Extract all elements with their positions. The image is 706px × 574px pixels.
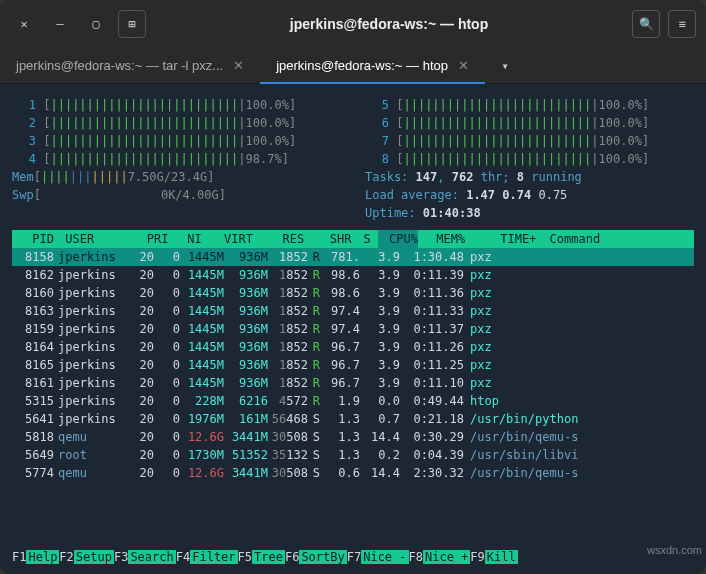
cpu-meter-7: 7 [|||||||||||||||||||||||||||100.0%] xyxy=(365,132,694,150)
tab-bar: jperkins@fedora-ws:~ — tar -l pxz... ✕ j… xyxy=(0,48,706,84)
process-row[interactable]: 8158jperkins2001445M936M1852R781.3.91:30… xyxy=(12,248,694,266)
process-row[interactable]: 8163jperkins2001445M936M1852R97.43.90:11… xyxy=(12,302,694,320)
close-icon: ✕ xyxy=(20,17,27,31)
tab-htop[interactable]: jperkins@fedora-ws:~ — htop ✕ xyxy=(260,48,485,83)
mem-meter: Mem[||||||||||||7.50G/23.4G] xyxy=(12,168,341,186)
process-row[interactable]: 8164jperkins2001445M936M1852R96.73.90:11… xyxy=(12,338,694,356)
tab-close-icon[interactable]: ✕ xyxy=(458,58,469,73)
col-s[interactable]: S xyxy=(359,230,371,248)
process-row[interactable]: 5315jperkins200228M62164572R1.90.00:49.4… xyxy=(12,392,694,410)
process-row[interactable]: 5649root2001730M5135235132S1.30.20:04.39… xyxy=(12,446,694,464)
terminal-content[interactable]: 1 [|||||||||||||||||||||||||||100.0%]2 [… xyxy=(0,84,706,574)
swp-meter: Swp[0K/4.00G] xyxy=(12,186,341,204)
fkey-label: Search xyxy=(128,550,175,564)
chevron-down-icon: ▾ xyxy=(501,59,508,73)
fkey-F7[interactable]: F7 xyxy=(347,550,361,564)
tab-label: jperkins@fedora-ws:~ — htop xyxy=(276,58,448,73)
watermark: wsxdn.com xyxy=(647,542,702,559)
process-header[interactable]: PID USER PRI NI VIRT RES SHR S CPU% MEM%… xyxy=(12,230,694,248)
cpu-meter-3: 3 [|||||||||||||||||||||||||||100.0%] xyxy=(12,132,341,150)
process-row[interactable]: 5774qemu20012.6G3441M30508S0.614.42:30.3… xyxy=(12,464,694,482)
cpu-meter-6: 6 [|||||||||||||||||||||||||||100.0%] xyxy=(365,114,694,132)
fkey-F2[interactable]: F2 xyxy=(59,550,73,564)
search-button[interactable]: 🔍 xyxy=(632,10,660,38)
process-row[interactable]: 5818qemu20012.6G3441M30508S1.314.40:30.2… xyxy=(12,428,694,446)
tab-close-icon[interactable]: ✕ xyxy=(233,58,244,73)
fkey-label: Filter xyxy=(190,550,237,564)
fkey-F8[interactable]: F8 xyxy=(409,550,423,564)
col-virt[interactable]: VIRT xyxy=(209,230,253,248)
col-res[interactable]: RES xyxy=(260,230,304,248)
col-mem[interactable]: MEM% xyxy=(425,230,465,248)
uptime-line: Uptime: 01:40:38 xyxy=(365,204,694,222)
tab-label: jperkins@fedora-ws:~ — tar -l pxz... xyxy=(16,58,223,73)
cpu-meter-8: 8 [|||||||||||||||||||||||||||100.0%] xyxy=(365,150,694,168)
col-shr[interactable]: SHR xyxy=(311,230,351,248)
col-pri[interactable]: PRI xyxy=(136,230,168,248)
fkey-F3[interactable]: F3 xyxy=(114,550,128,564)
fkey-label: Help xyxy=(26,550,59,564)
fkey-F9[interactable]: F9 xyxy=(470,550,484,564)
fkey-label: Tree xyxy=(252,550,285,564)
fkey-label: Nice + xyxy=(423,550,470,564)
fkey-label: Nice - xyxy=(361,550,408,564)
cpu-meter-4: 4 [|||||||||||||||||||||||||||98.7%] xyxy=(12,150,341,168)
fkey-F4[interactable]: F4 xyxy=(176,550,190,564)
close-button[interactable]: ✕ xyxy=(10,10,38,38)
fkey-label: Setup xyxy=(74,550,114,564)
window-title: jperkins@fedora-ws:~ — htop xyxy=(154,16,624,32)
process-row[interactable]: 8162jperkins2001445M936M1852R98.63.90:11… xyxy=(12,266,694,284)
fkey-label: Kill xyxy=(485,550,518,564)
cpu-meter-1: 1 [|||||||||||||||||||||||||||100.0%] xyxy=(12,96,341,114)
tasks-line: Tasks: 147, 762 thr; 8 running xyxy=(365,168,694,186)
tab-tar[interactable]: jperkins@fedora-ws:~ — tar -l pxz... ✕ xyxy=(0,48,260,83)
new-tab-button[interactable]: ⊞ xyxy=(118,10,146,38)
process-row[interactable]: 8165jperkins2001445M936M1852R96.73.90:11… xyxy=(12,356,694,374)
col-cpu[interactable]: CPU% xyxy=(378,230,418,248)
fkey-F5[interactable]: F5 xyxy=(238,550,252,564)
cpu-meter-2: 2 [|||||||||||||||||||||||||||100.0%] xyxy=(12,114,341,132)
minimize-icon: — xyxy=(56,17,63,31)
fkey-F1[interactable]: F1 xyxy=(12,550,26,564)
menu-icon: ≡ xyxy=(678,17,685,31)
maximize-icon: ▢ xyxy=(92,17,99,31)
function-keys: F1HelpF2SetupF3SearchF4FilterF5TreeF6Sor… xyxy=(12,548,694,566)
col-pid[interactable]: PID xyxy=(12,230,54,248)
new-tab-icon: ⊞ xyxy=(128,17,135,31)
meters: 1 [|||||||||||||||||||||||||||100.0%]2 [… xyxy=(12,96,694,222)
titlebar: ✕ — ▢ ⊞ jperkins@fedora-ws:~ — htop 🔍 ≡ xyxy=(0,0,706,48)
process-row[interactable]: 8160jperkins2001445M936M1852R98.63.90:11… xyxy=(12,284,694,302)
col-ni[interactable]: NI xyxy=(176,230,202,248)
terminal-window: ✕ — ▢ ⊞ jperkins@fedora-ws:~ — htop 🔍 ≡ … xyxy=(0,0,706,574)
search-icon: 🔍 xyxy=(639,17,654,31)
process-row[interactable]: 5641jperkins2001976M161M56468S1.30.70:21… xyxy=(12,410,694,428)
col-time[interactable]: TIME+ xyxy=(472,230,536,248)
col-cmd[interactable]: Command xyxy=(550,230,601,248)
process-row[interactable]: 8159jperkins2001445M936M1852R97.43.90:11… xyxy=(12,320,694,338)
fkey-F6[interactable]: F6 xyxy=(285,550,299,564)
tabs-expand-button[interactable]: ▾ xyxy=(485,48,525,83)
cpu-meter-5: 5 [|||||||||||||||||||||||||||100.0%] xyxy=(365,96,694,114)
menu-button[interactable]: ≡ xyxy=(668,10,696,38)
fkey-label: SortBy xyxy=(299,550,346,564)
process-list[interactable]: 8158jperkins2001445M936M1852R781.3.91:30… xyxy=(12,248,694,482)
col-user[interactable]: USER xyxy=(65,230,129,248)
process-row[interactable]: 8161jperkins2001445M936M1852R96.73.90:11… xyxy=(12,374,694,392)
minimize-button[interactable]: — xyxy=(46,10,74,38)
maximize-button[interactable]: ▢ xyxy=(82,10,110,38)
load-line: Load average: 1.47 0.74 0.75 xyxy=(365,186,694,204)
